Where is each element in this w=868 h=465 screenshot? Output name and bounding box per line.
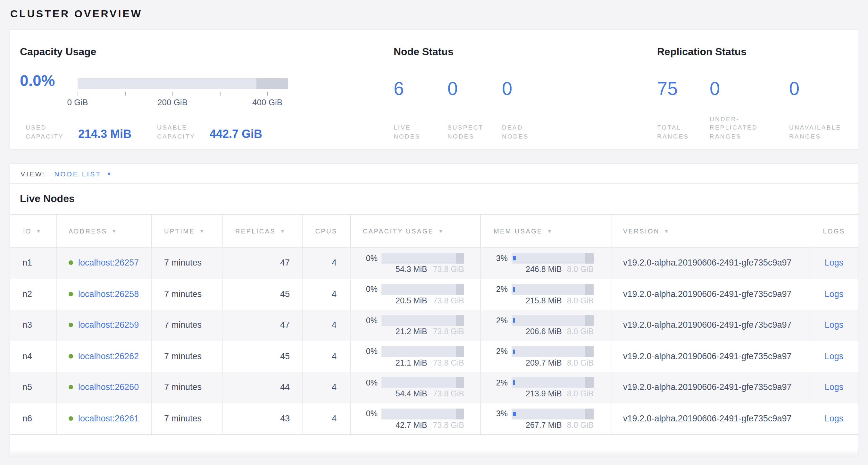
cell-address: localhost:26258 <box>57 279 152 310</box>
axis-tick <box>267 92 268 95</box>
unavailable-ranges-label: UNAVAILABLE RANGES <box>789 123 847 141</box>
axis-tick-label: 200 GiB <box>157 97 187 107</box>
cell-mem-usage: 2% 206.6 MiB8.0 GiB <box>481 310 612 341</box>
summary-panel: Capacity Usage 0.0% 0 GiB 200 GiB 400 Gi… <box>10 29 858 149</box>
sort-caret-icon: ▼ <box>112 228 118 234</box>
address-link[interactable]: localhost:26261 <box>78 413 139 423</box>
header-address[interactable]: ADDRESS▼ <box>57 215 152 247</box>
cell-replicas: 45 <box>223 279 303 310</box>
mem-total-value: 8.0 GiB <box>567 265 594 274</box>
capacity-total-value: 73.8 GiB <box>433 420 464 430</box>
logs-link[interactable]: Logs <box>825 413 844 423</box>
address-link[interactable]: localhost:26260 <box>78 382 139 392</box>
capacity-percent-label: 0% <box>351 254 381 263</box>
address-link[interactable]: localhost:26257 <box>78 258 139 267</box>
capacity-dark-cap <box>456 346 464 357</box>
dead-nodes-label: DEAD NODES <box>502 123 540 141</box>
mem-used-bar <box>513 349 515 354</box>
capacity-total-value: 73.8 GiB <box>433 389 464 399</box>
logs-link[interactable]: Logs <box>825 382 844 392</box>
header-replicas[interactable]: REPLICAS▼ <box>223 215 303 247</box>
unavailable-ranges-metric: 0 UNAVAILABLE RANGES <box>789 79 851 141</box>
live-nodes-metric: 6 LIVE NODES <box>394 79 447 141</box>
header-id[interactable]: ID▼ <box>10 215 57 247</box>
cell-cpus: 4 <box>303 372 351 403</box>
node-status-section: Node Status 6 LIVE NODES 0 SUSPECT NODES… <box>383 30 646 149</box>
view-label: VIEW: <box>21 170 46 178</box>
header-mem-usage[interactable]: MEM USAGE▼ <box>481 215 612 247</box>
node-status-title: Node Status <box>394 46 646 58</box>
suspect-nodes-metric: 0 SUSPECT NODES <box>447 79 502 141</box>
cell-mem-usage: 2% 209.7 MiB8.0 GiB <box>481 341 612 372</box>
cell-uptime: 7 minutes <box>152 341 223 372</box>
cell-address: localhost:26259 <box>57 310 152 341</box>
sort-caret-icon: ▼ <box>199 228 205 234</box>
capacity-dark-cap <box>456 377 464 388</box>
capacity-percent-label: 0% <box>351 378 381 387</box>
table-header: ID▼ ADDRESS▼ UPTIME▼ REPLICAS▼ CPUS CAPA… <box>10 214 858 248</box>
node-live-dot-icon <box>69 416 73 420</box>
logs-link[interactable]: Logs <box>825 351 844 361</box>
view-bar: VIEW: NODE LIST ▼ <box>10 164 858 184</box>
cell-logs: Logs <box>810 310 858 341</box>
cell-address: localhost:26257 <box>57 248 152 279</box>
dead-nodes-metric: 0 DEAD NODES <box>502 79 579 141</box>
used-capacity-metric: USED CAPACITY 214.3 MiB <box>26 123 157 141</box>
mem-dark-cap <box>585 408 594 419</box>
cell-cpus: 4 <box>303 341 351 372</box>
capacity-usage-bar <box>381 284 464 295</box>
cluster-overview-page: CLUSTER OVERVIEW Capacity Usage 0.0% 0 G… <box>0 0 868 465</box>
cell-capacity-usage: 0% 54.3 MiB73.8 GiB <box>351 248 481 279</box>
header-capacity-usage[interactable]: CAPACITY USAGE▼ <box>351 215 481 247</box>
sort-caret-icon: ▼ <box>36 228 42 234</box>
mem-used-bar <box>513 380 515 385</box>
cell-node-id: n6 <box>10 403 57 434</box>
mem-usage-bar <box>512 284 594 295</box>
total-ranges-label: TOTAL RANGES <box>657 123 695 141</box>
header-version[interactable]: VERSION▼ <box>612 215 810 247</box>
view-selector-dropdown[interactable]: NODE LIST ▼ <box>54 170 113 178</box>
mem-total-value: 8.0 GiB <box>567 358 594 368</box>
cell-uptime: 7 minutes <box>152 248 223 279</box>
live-nodes-value: 6 <box>394 79 447 99</box>
mem-used-bar <box>513 287 515 291</box>
capacity-usage-bar <box>381 377 464 388</box>
capacity-usage-bar <box>381 253 464 264</box>
logs-link[interactable]: Logs <box>825 320 844 330</box>
table-row: n2 localhost:26258 7 minutes 45 4 0% 20.… <box>10 279 858 310</box>
cell-cpus: 4 <box>303 310 351 341</box>
address-link[interactable]: localhost:26258 <box>78 289 139 298</box>
logs-link[interactable]: Logs <box>825 289 844 298</box>
cell-uptime: 7 minutes <box>152 403 223 434</box>
header-logs: LOGS <box>810 215 858 247</box>
axis-tick <box>125 92 126 95</box>
usable-capacity-metric: USABLE CAPACITY 442.7 GiB <box>157 123 262 141</box>
mem-used-value: 206.6 MiB <box>512 327 562 337</box>
address-link[interactable]: localhost:26262 <box>78 351 139 361</box>
mem-percent-label: 3% <box>481 409 512 418</box>
cell-mem-usage: 3% 267.7 MiB8.0 GiB <box>481 403 612 434</box>
usable-capacity-value: 442.7 GiB <box>210 128 262 141</box>
header-cpus: CPUS <box>303 215 351 247</box>
cell-version: v19.2.0-alpha.20190606-2491-gfe735c9a97 <box>612 248 810 279</box>
replication-status-section: Replication Status 75 TOTAL RANGES 0 UND… <box>646 30 858 149</box>
cell-logs: Logs <box>810 372 858 403</box>
logs-link[interactable]: Logs <box>825 258 844 267</box>
address-link[interactable]: localhost:26259 <box>78 320 139 330</box>
node-live-dot-icon <box>69 291 73 296</box>
cell-logs: Logs <box>810 248 858 279</box>
mem-percent-label: 2% <box>481 347 512 356</box>
mem-total-value: 8.0 GiB <box>567 420 594 430</box>
header-uptime[interactable]: UPTIME▼ <box>152 215 223 247</box>
page-title: CLUSTER OVERVIEW <box>10 8 142 20</box>
axis-tick <box>78 92 78 95</box>
capacity-percent: 0.0% <box>20 72 78 89</box>
capacity-dark-cap <box>456 284 464 295</box>
node-live-dot-icon <box>69 260 73 265</box>
panel-footer <box>10 435 858 457</box>
cell-capacity-usage: 0% 42.7 MiB73.8 GiB <box>351 403 481 434</box>
mem-used-value: 215.8 MiB <box>512 296 562 306</box>
cell-replicas: 47 <box>223 310 303 341</box>
cell-version: v19.2.0-alpha.20190606-2491-gfe735c9a97 <box>612 310 810 341</box>
capacity-used-value: 20.5 MiB <box>381 296 427 306</box>
